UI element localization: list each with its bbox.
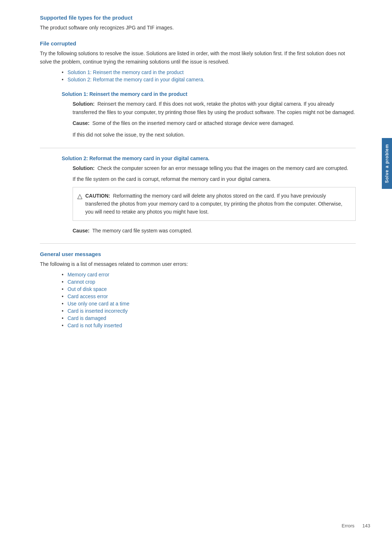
card-access-error-link[interactable]: Card access error: [68, 293, 108, 299]
card-not-fully-inserted-link[interactable]: Card is not fully inserted: [68, 323, 122, 328]
card-inserted-incorrectly-link[interactable]: Card is inserted incorrectly: [68, 308, 128, 314]
supported-file-types-body: The product software only recognizes JPG…: [40, 24, 356, 32]
list-item: Card is damaged: [62, 315, 356, 321]
solution1-if-not-solved: If this did not solve the issue, try the…: [73, 131, 356, 139]
list-item: Card is inserted incorrectly: [62, 308, 356, 314]
divider1: [40, 148, 356, 148]
solution2-heading: Solution 2: Reformat the memory card in …: [62, 155, 356, 161]
solution2-cause-label: Cause:: [73, 228, 90, 234]
solution2-cause-text: Cause: The memory card file system was c…: [73, 227, 356, 235]
list-item: Memory card error: [62, 272, 356, 277]
main-content: Supported file types for the product The…: [40, 15, 356, 328]
caution-block: △ CAUTION: Reformatting the memory card …: [73, 187, 356, 221]
list-item: Out of disk space: [62, 286, 356, 292]
section-file-corrupted: File corrupted Try the following solutio…: [40, 40, 356, 82]
solution1-cause-body: Some of the files on the inserted memory…: [92, 120, 294, 126]
list-item: Solution 2: Reformat the memory card in …: [62, 77, 356, 82]
solution1-cause-label: Cause:: [73, 120, 90, 126]
supported-file-types-heading: Supported file types for the product: [40, 15, 356, 21]
general-user-messages-list: Memory card error Cannot crop Out of dis…: [62, 272, 356, 328]
footer-page: 143: [362, 523, 370, 528]
solution1-section: Solution 1: Reinsert the memory card in …: [51, 91, 356, 139]
out-of-disk-space-link[interactable]: Out of disk space: [68, 286, 107, 292]
file-corrupted-intro: Try the following solutions to resolve t…: [40, 49, 356, 66]
cannot-crop-link[interactable]: Cannot crop: [68, 279, 95, 285]
solution2-solution-text: Solution: Check the computer screen for …: [73, 164, 356, 172]
general-user-messages-intro: The following is a list of messages rela…: [40, 260, 356, 268]
solution1-cause-text: Cause: Some of the files on the inserted…: [73, 119, 356, 127]
solution1-solution-body: Reinsert the memory card. If this does n…: [73, 101, 355, 115]
file-corrupted-heading: File corrupted: [40, 40, 356, 46]
caution-icon: △: [77, 192, 82, 200]
caution-body: Reformatting the memory card will delete…: [85, 193, 342, 215]
solution2-solution-block: Solution: Check the computer screen for …: [73, 164, 356, 183]
file-corrupted-links-list: Solution 1: Reinsert the memory card in …: [62, 69, 356, 82]
side-tab-label: Solve a problem: [384, 144, 389, 183]
footer: Errors 143: [342, 523, 370, 528]
side-tab: Solve a problem: [382, 138, 392, 189]
caution-text-content: CAUTION: Reformatting the memory card wi…: [85, 192, 351, 216]
footer-text: Errors: [342, 523, 354, 528]
solution2-solution-text2: If the file system on the card is corrup…: [73, 175, 356, 183]
section-supported-file-types: Supported file types for the product The…: [40, 15, 356, 32]
solution1-solution-text: Solution: Reinsert the memory card. If t…: [73, 100, 356, 116]
solution2-cause-body: The memory card file system was corrupte…: [92, 228, 192, 234]
memory-card-error-link[interactable]: Memory card error: [68, 272, 109, 277]
caution-label: CAUTION:: [85, 193, 110, 199]
card-is-damaged-link[interactable]: Card is damaged: [68, 315, 106, 321]
solution1-link[interactable]: Solution 1: Reinsert the memory card in …: [68, 69, 184, 75]
general-user-messages-section: General user messages The following is a…: [40, 251, 356, 328]
solution1-solution-block: Solution: Reinsert the memory card. If t…: [73, 100, 356, 127]
solution2-link[interactable]: Solution 2: Reformat the memory card in …: [68, 77, 204, 82]
solution2-section: Solution 2: Reformat the memory card in …: [51, 155, 356, 235]
list-item: Solution 1: Reinsert the memory card in …: [62, 69, 356, 75]
list-item: Use only one card at a time: [62, 301, 356, 307]
solution2-solution-body: Check the computer screen for an error m…: [97, 165, 348, 171]
list-item: Card access error: [62, 293, 356, 299]
page-container: Solve a problem Supported file types for…: [0, 0, 392, 543]
solution2-cause-block: Cause: The memory card file system was c…: [73, 227, 356, 235]
use-only-one-card-link[interactable]: Use only one card at a time: [68, 301, 129, 307]
general-user-messages-heading: General user messages: [40, 251, 356, 257]
list-item: Cannot crop: [62, 279, 356, 285]
solution1-heading: Solution 1: Reinsert the memory card in …: [62, 91, 356, 97]
divider2: [40, 243, 356, 244]
list-item: Card is not fully inserted: [62, 323, 356, 328]
solution2-solution-label: Solution:: [73, 165, 95, 171]
solution1-solution-label: Solution:: [73, 101, 95, 107]
